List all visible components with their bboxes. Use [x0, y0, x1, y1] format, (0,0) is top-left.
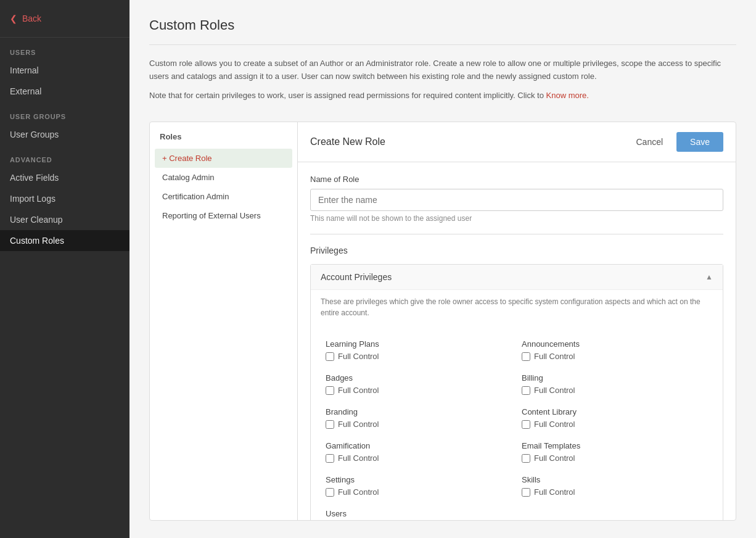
sidebar-section-users: USERS Internal External	[0, 38, 129, 102]
sidebar-section-user-groups: USER GROUPS User Groups	[0, 102, 129, 145]
sidebar-item-internal[interactable]: Internal	[0, 60, 129, 81]
privilege-checkbox-row-learning-plans: Full Control	[326, 352, 512, 361]
privilege-item-learning-plans: Learning PlansFull Control	[321, 333, 517, 367]
privilege-checkbox-billing[interactable]	[522, 386, 530, 395]
create-role-button[interactable]: + Create Role	[155, 149, 292, 168]
privilege-checkbox-label-gamification: Full Control	[338, 453, 379, 463]
privilege-checkbox-settings[interactable]	[326, 488, 334, 497]
privilege-checkbox-label-billing: Full Control	[534, 386, 575, 395]
privilege-checkbox-label-settings: Full Control	[338, 487, 379, 497]
account-privileges-title: Account Privileges	[321, 272, 392, 282]
privilege-item-skills: SkillsFull Control	[517, 469, 713, 503]
privilege-item-badges: BadgesFull Control	[321, 367, 517, 401]
collapse-icon: ▲	[705, 273, 713, 281]
privilege-checkbox-row-branding: Full Control	[326, 420, 512, 429]
privilege-checkbox-row-announcements: Full Control	[522, 352, 708, 361]
sidebar-item-user-groups[interactable]: User Groups	[0, 124, 129, 145]
privilege-name-content-library: Content Library	[522, 407, 708, 416]
cancel-button[interactable]: Cancel	[628, 133, 670, 151]
privilege-item-announcements: AnnouncementsFull Control	[517, 333, 713, 367]
privilege-checkbox-label-skills: Full Control	[534, 487, 575, 497]
privilege-item-content-library: Content LibraryFull Control	[517, 401, 713, 435]
sidebar-item-external[interactable]: External	[0, 81, 129, 102]
section-divider	[310, 234, 723, 234]
roles-panel: Roles + Create Role Catalog Admin Certif…	[150, 122, 298, 520]
privilege-checkbox-row-gamification: Full Control	[326, 453, 512, 463]
privilege-checkbox-row-billing: Full Control	[522, 386, 708, 395]
create-role-title: Create New Role	[310, 136, 385, 147]
privilege-checkbox-row-skills: Full Control	[522, 487, 708, 497]
privilege-name-skills: Skills	[522, 475, 708, 484]
privilege-name-email-templates: Email Templates	[522, 441, 708, 450]
role-certification-admin[interactable]: Certification Admin	[150, 187, 297, 206]
name-hint: This name will not be shown to the assig…	[310, 214, 723, 223]
privilege-name-badges: Badges	[326, 373, 512, 383]
main-content: Custom Roles Custom role allows you to c…	[129, 0, 756, 538]
sidebar-item-import-logs[interactable]: Import Logs	[0, 188, 129, 209]
privilege-name-announcements: Announcements	[522, 339, 708, 349]
create-role-panel: Create New Role Cancel Save Name of Role…	[298, 122, 736, 520]
name-of-role-label: Name of Role	[310, 175, 723, 184]
save-button[interactable]: Save	[676, 132, 723, 152]
privilege-name-users: Users	[326, 509, 512, 518]
privilege-checkbox-label-content-library: Full Control	[534, 420, 575, 429]
privilege-checkbox-branding[interactable]	[326, 420, 334, 429]
role-catalog-admin[interactable]: Catalog Admin	[150, 168, 297, 187]
section-label-advanced: ADVANCED	[0, 145, 129, 167]
back-label: Back	[22, 14, 41, 23]
privilege-checkbox-row-settings: Full Control	[326, 487, 512, 497]
roles-panel-title: Roles	[150, 132, 297, 149]
privilege-checkbox-label-learning-plans: Full Control	[338, 352, 379, 361]
privilege-checkbox-label-badges: Full Control	[338, 386, 379, 395]
privilege-item-users: UsersFull Control	[321, 503, 517, 520]
privilege-checkbox-skills[interactable]	[522, 488, 530, 497]
account-privileges-section: Account Privileges ▲ These are privilege…	[310, 264, 723, 520]
page-title: Custom Roles	[149, 17, 736, 33]
privilege-item-settings: SettingsFull Control	[321, 469, 517, 503]
sidebar: ❮ Back USERS Internal External USER GROU…	[0, 0, 129, 538]
privilege-name-gamification: Gamification	[326, 441, 512, 450]
privilege-checkbox-gamification[interactable]	[326, 454, 334, 463]
privilege-name-settings: Settings	[326, 475, 512, 484]
roles-container: Roles + Create Role Catalog Admin Certif…	[149, 122, 736, 521]
privileges-label: Privileges	[310, 246, 723, 255]
title-divider	[149, 44, 736, 45]
role-name-input[interactable]	[310, 189, 723, 211]
create-role-body: Name of Role This name will not be shown…	[298, 162, 736, 520]
description-2-text: Note that for certain privileges to work…	[149, 91, 546, 100]
create-role-header: Create New Role Cancel Save	[298, 122, 736, 162]
header-actions: Cancel Save	[628, 132, 723, 152]
role-reporting-external[interactable]: Reporting of External Users	[150, 206, 297, 225]
sidebar-item-custom-roles[interactable]: Custom Roles	[0, 230, 129, 251]
description-2: Note that for certain privileges to work…	[149, 89, 736, 102]
privilege-checkbox-label-announcements: Full Control	[534, 352, 575, 361]
privilege-checkbox-label-email-templates: Full Control	[534, 453, 575, 463]
privilege-checkbox-label-branding: Full Control	[338, 420, 379, 429]
privilege-name-billing: Billing	[522, 373, 708, 383]
section-label-users: USERS	[0, 38, 129, 60]
privilege-checkbox-email-templates[interactable]	[522, 454, 530, 463]
description-1: Custom role allows you to create a subse…	[149, 57, 736, 83]
privilege-checkbox-row-badges: Full Control	[326, 386, 512, 395]
privilege-checkbox-learning-plans[interactable]	[326, 352, 334, 361]
chevron-left-icon: ❮	[10, 14, 17, 23]
privilege-checkbox-badges[interactable]	[326, 386, 334, 395]
privilege-name-branding: Branding	[326, 407, 512, 416]
privilege-checkbox-announcements[interactable]	[522, 352, 530, 361]
privilege-checkbox-row-email-templates: Full Control	[522, 453, 708, 463]
privilege-item-gamification: GamificationFull Control	[321, 435, 517, 469]
privileges-grid: Learning PlansFull ControlAnnouncementsF…	[311, 327, 723, 520]
privilege-item-billing: BillingFull Control	[517, 367, 713, 401]
section-label-user-groups: USER GROUPS	[0, 102, 129, 124]
account-privileges-header[interactable]: Account Privileges ▲	[311, 265, 723, 289]
privilege-item-branding: BrandingFull Control	[321, 401, 517, 435]
privilege-item-email-templates: Email TemplatesFull Control	[517, 435, 713, 469]
sidebar-section-advanced: ADVANCED Active Fields Import Logs User …	[0, 145, 129, 251]
privilege-checkbox-content-library[interactable]	[522, 420, 530, 429]
back-button[interactable]: ❮ Back	[0, 0, 129, 38]
sidebar-item-active-fields[interactable]: Active Fields	[0, 167, 129, 188]
privilege-name-learning-plans: Learning Plans	[326, 339, 512, 349]
privilege-checkbox-row-content-library: Full Control	[522, 420, 708, 429]
sidebar-item-user-cleanup[interactable]: User Cleanup	[0, 209, 129, 230]
know-more-link[interactable]: Know more.	[546, 91, 589, 100]
